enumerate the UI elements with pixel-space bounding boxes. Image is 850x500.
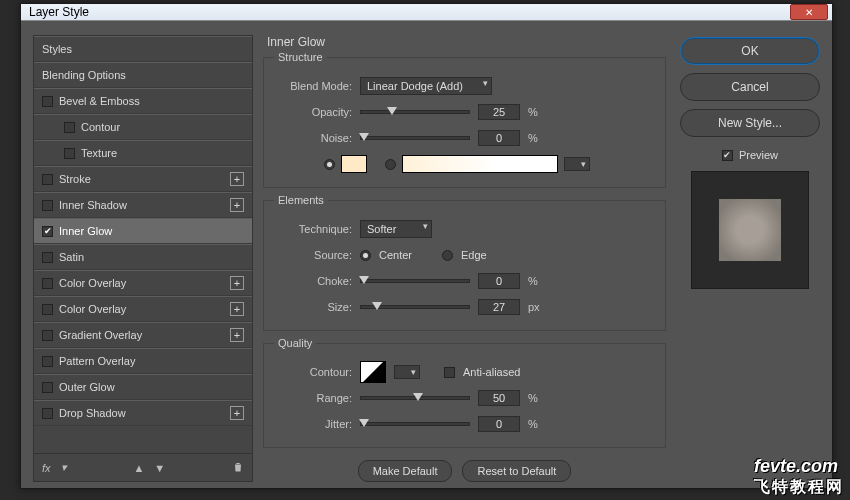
add-effect-icon[interactable]: +	[230, 276, 244, 290]
gradient-swatch[interactable]	[402, 155, 558, 173]
effect-checkbox[interactable]	[42, 226, 53, 237]
jitter-label: Jitter:	[274, 418, 352, 430]
contour-picker[interactable]	[360, 361, 386, 383]
effect-inner-glow[interactable]: Inner Glow	[34, 218, 252, 244]
panel-title: Inner Glow	[263, 35, 666, 49]
opacity-input[interactable]	[478, 104, 520, 120]
source-edge-radio[interactable]	[442, 250, 453, 261]
effect-checkbox[interactable]	[42, 408, 53, 419]
effect-checkbox[interactable]	[42, 174, 53, 185]
effects-footer: fx ▾ ▲ ▼	[34, 453, 252, 481]
effect-outer-glow[interactable]: Outer Glow	[34, 374, 252, 400]
blending-options[interactable]: Blending Options	[34, 62, 252, 88]
close-button[interactable]: ✕	[790, 4, 828, 20]
gradient-arrow[interactable]	[564, 157, 590, 171]
arrow-up-icon[interactable]: ▲	[133, 462, 144, 474]
effect-checkbox[interactable]	[42, 330, 53, 341]
trash-icon[interactable]	[232, 461, 244, 475]
effect-label: Color Overlay	[59, 303, 126, 315]
effect-label: Color Overlay	[59, 277, 126, 289]
effect-label: Drop Shadow	[59, 407, 126, 419]
styles-header[interactable]: Styles	[34, 36, 252, 62]
gradient-radio[interactable]	[385, 159, 396, 170]
size-label: Size:	[274, 301, 352, 313]
new-style-button[interactable]: New Style...	[680, 109, 820, 137]
antialiased-checkbox[interactable]	[444, 367, 455, 378]
structure-legend: Structure	[274, 51, 327, 63]
effect-checkbox[interactable]	[42, 304, 53, 315]
effect-label: Stroke	[59, 173, 91, 185]
effect-label: Contour	[81, 121, 120, 133]
settings-panel: Inner Glow Structure Blend Mode: Linear …	[263, 35, 670, 482]
preview-checkbox[interactable]: ✔	[722, 150, 733, 161]
effect-checkbox[interactable]	[42, 96, 53, 107]
quality-legend: Quality	[274, 337, 316, 349]
choke-slider[interactable]	[360, 279, 470, 283]
effect-checkbox[interactable]	[42, 252, 53, 263]
blend-mode-select[interactable]: Linear Dodge (Add)	[360, 77, 492, 95]
cancel-button[interactable]: Cancel	[680, 73, 820, 101]
range-input[interactable]	[478, 390, 520, 406]
add-effect-icon[interactable]: +	[230, 198, 244, 212]
effect-checkbox[interactable]	[42, 278, 53, 289]
blend-mode-label: Blend Mode:	[274, 80, 352, 92]
contour-label: Contour:	[274, 366, 352, 378]
add-effect-icon[interactable]: +	[230, 406, 244, 420]
add-effect-icon[interactable]: +	[230, 302, 244, 316]
effect-checkbox[interactable]	[64, 148, 75, 159]
effect-checkbox[interactable]	[42, 382, 53, 393]
add-effect-icon[interactable]: +	[230, 328, 244, 342]
technique-label: Technique:	[274, 223, 352, 235]
size-slider[interactable]	[360, 305, 470, 309]
source-center-radio[interactable]	[360, 250, 371, 261]
titlebar: Layer Style ✕	[21, 4, 832, 21]
technique-select[interactable]: Softer	[360, 220, 432, 238]
effect-texture[interactable]: Texture	[34, 140, 252, 166]
ok-button[interactable]: OK	[680, 37, 820, 65]
effect-color-overlay[interactable]: Color Overlay+	[34, 296, 252, 322]
effect-drop-shadow[interactable]: Drop Shadow+	[34, 400, 252, 426]
contour-menu[interactable]	[394, 365, 420, 379]
effect-color-overlay[interactable]: Color Overlay+	[34, 270, 252, 296]
effect-pattern-overlay[interactable]: Pattern Overlay	[34, 348, 252, 374]
effect-gradient-overlay[interactable]: Gradient Overlay+	[34, 322, 252, 348]
opacity-slider[interactable]	[360, 110, 470, 114]
effect-checkbox[interactable]	[64, 122, 75, 133]
layer-style-dialog: Layer Style ✕ Styles Blending Options Be…	[20, 3, 833, 489]
watermark: fevte.com 飞特教程网	[754, 456, 844, 498]
opacity-label: Opacity:	[274, 106, 352, 118]
jitter-input[interactable]	[478, 416, 520, 432]
effect-checkbox[interactable]	[42, 356, 53, 367]
effect-checkbox[interactable]	[42, 200, 53, 211]
noise-label: Noise:	[274, 132, 352, 144]
make-default-button[interactable]: Make Default	[358, 460, 453, 482]
jitter-slider[interactable]	[360, 422, 470, 426]
choke-input[interactable]	[478, 273, 520, 289]
noise-slider[interactable]	[360, 136, 470, 140]
effect-inner-shadow[interactable]: Inner Shadow+	[34, 192, 252, 218]
source-label: Source:	[274, 249, 352, 261]
arrow-down-icon[interactable]: ▼	[154, 462, 165, 474]
reset-default-button[interactable]: Reset to Default	[462, 460, 571, 482]
effect-label: Outer Glow	[59, 381, 115, 393]
effect-bevel-emboss[interactable]: Bevel & Emboss	[34, 88, 252, 114]
effect-label: Gradient Overlay	[59, 329, 142, 341]
chevron-down-icon[interactable]: ▾	[61, 461, 67, 474]
noise-input[interactable]	[478, 130, 520, 146]
choke-label: Choke:	[274, 275, 352, 287]
effect-label: Inner Shadow	[59, 199, 127, 211]
elements-group: Elements Technique: Softer Source: Cente…	[263, 194, 666, 331]
preview-label: Preview	[739, 149, 778, 161]
color-radio[interactable]	[324, 159, 335, 170]
color-swatch[interactable]	[341, 155, 367, 173]
size-input[interactable]	[478, 299, 520, 315]
close-icon: ✕	[805, 7, 813, 18]
add-effect-icon[interactable]: +	[230, 172, 244, 186]
fx-icon[interactable]: fx	[42, 462, 51, 474]
effect-stroke[interactable]: Stroke+	[34, 166, 252, 192]
effect-satin[interactable]: Satin	[34, 244, 252, 270]
effect-contour[interactable]: Contour	[34, 114, 252, 140]
range-slider[interactable]	[360, 396, 470, 400]
preview-box	[691, 171, 809, 289]
effect-label: Pattern Overlay	[59, 355, 135, 367]
